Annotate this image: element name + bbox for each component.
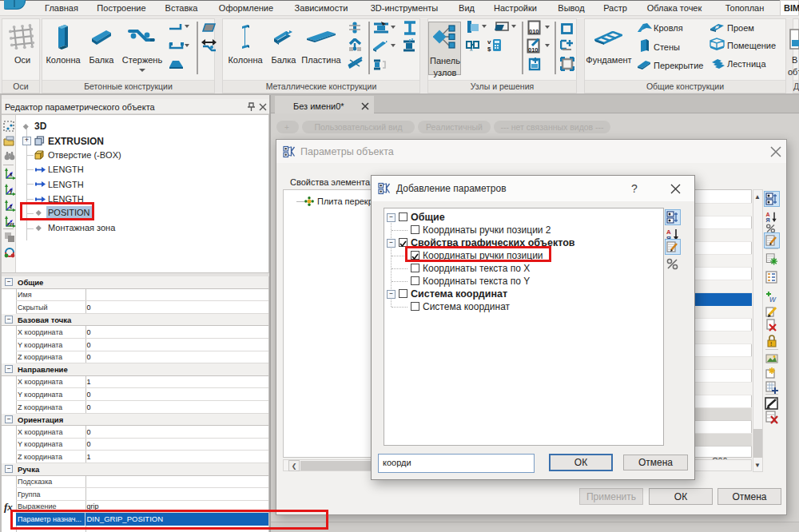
svg-text:А: А	[765, 212, 769, 217]
svg-text:v: v	[487, 38, 491, 46]
svg-text:y: y	[10, 188, 13, 194]
svg-text:010: 010	[529, 28, 539, 35]
svg-text:x: x	[470, 46, 473, 51]
svg-text:010: 010	[528, 46, 539, 54]
svg-text:Я: Я	[765, 217, 769, 223]
svg-text:w: w	[769, 294, 777, 303]
svg-text:x: x	[10, 172, 13, 177]
svg-text:$: $	[487, 46, 491, 52]
svg-text:xyz: xyz	[7, 221, 14, 226]
svg-text:!: !	[770, 341, 772, 347]
